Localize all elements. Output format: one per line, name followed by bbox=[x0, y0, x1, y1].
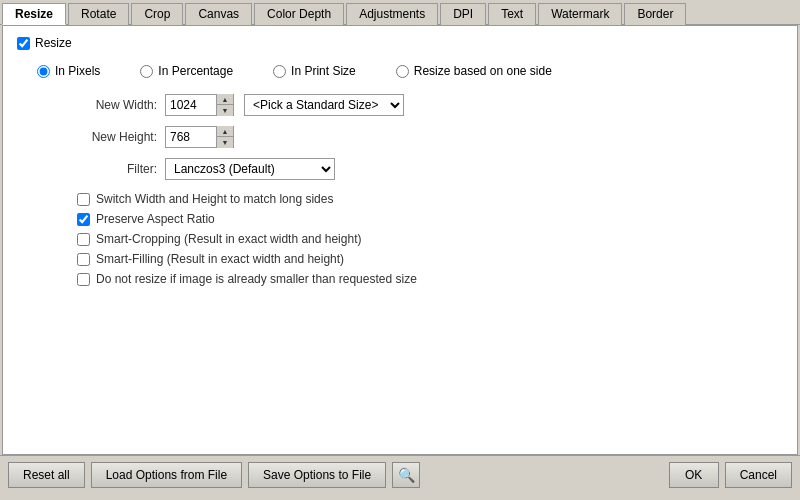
tab-watermark[interactable]: Watermark bbox=[538, 3, 622, 25]
radio-percentage[interactable]: In Percentage bbox=[140, 64, 233, 78]
preserve-ar-label[interactable]: Preserve Aspect Ratio bbox=[96, 212, 215, 226]
tab-border[interactable]: Border bbox=[624, 3, 686, 25]
tab-dpi[interactable]: DPI bbox=[440, 3, 486, 25]
resize-enable-checkbox[interactable] bbox=[17, 37, 30, 50]
height-spin-buttons: ▲ ▼ bbox=[216, 126, 233, 148]
smart-crop-label[interactable]: Smart-Cropping (Result in exact width an… bbox=[96, 232, 361, 246]
width-input[interactable] bbox=[166, 95, 216, 115]
bottom-bar: Reset all Load Options from File Save Op… bbox=[0, 455, 800, 493]
height-spin-up[interactable]: ▲ bbox=[217, 126, 233, 137]
main-content: Resize In Pixels In Percentage In Print … bbox=[2, 25, 798, 455]
preserve-ar-checkbox[interactable] bbox=[77, 213, 90, 226]
height-input[interactable] bbox=[166, 127, 216, 147]
save-options-button[interactable]: Save Options to File bbox=[248, 462, 386, 488]
smart-crop-checkbox[interactable] bbox=[77, 233, 90, 246]
resize-enable-row: Resize bbox=[17, 36, 783, 50]
switch-wh-checkbox[interactable] bbox=[77, 193, 90, 206]
tab-resize[interactable]: Resize bbox=[2, 3, 66, 25]
tab-bar: Resize Rotate Crop Canvas Color Depth Ad… bbox=[0, 0, 800, 25]
tab-colordepth[interactable]: Color Depth bbox=[254, 3, 344, 25]
reset-all-button[interactable]: Reset all bbox=[8, 462, 85, 488]
options-checkboxes: Switch Width and Height to match long si… bbox=[77, 192, 783, 286]
ok-button[interactable]: OK bbox=[669, 462, 719, 488]
height-section: New Height: ▲ ▼ bbox=[77, 126, 783, 148]
radio-percentage-input[interactable] bbox=[140, 65, 153, 78]
no-resize-label[interactable]: Do not resize if image is already smalle… bbox=[96, 272, 417, 286]
height-row: New Height: ▲ ▼ bbox=[77, 126, 783, 148]
width-spin-down[interactable]: ▼ bbox=[217, 105, 233, 116]
smart-crop-row: Smart-Cropping (Result in exact width an… bbox=[77, 232, 783, 246]
standard-size-dropdown[interactable]: <Pick a Standard Size> 800x600 1024x768 … bbox=[244, 94, 404, 116]
filter-row: Filter: Lanczos3 (Default) Bilinear Bicu… bbox=[77, 158, 783, 180]
width-spin-up[interactable]: ▲ bbox=[217, 94, 233, 105]
smart-fill-checkbox[interactable] bbox=[77, 253, 90, 266]
search-icon: 🔍 bbox=[398, 467, 415, 483]
tab-adjustments[interactable]: Adjustments bbox=[346, 3, 438, 25]
radio-printsize[interactable]: In Print Size bbox=[273, 64, 356, 78]
width-label: New Width: bbox=[77, 98, 157, 112]
radio-percentage-label: In Percentage bbox=[158, 64, 233, 78]
resize-mode-group: In Pixels In Percentage In Print Size Re… bbox=[37, 64, 783, 78]
switch-wh-label[interactable]: Switch Width and Height to match long si… bbox=[96, 192, 333, 206]
width-input-wrapper: ▲ ▼ bbox=[165, 94, 234, 116]
tab-crop[interactable]: Crop bbox=[131, 3, 183, 25]
radio-printsize-label: In Print Size bbox=[291, 64, 356, 78]
resize-enable-label[interactable]: Resize bbox=[35, 36, 72, 50]
width-spin-buttons: ▲ ▼ bbox=[216, 94, 233, 116]
smart-fill-row: Smart-Filling (Result in exact width and… bbox=[77, 252, 783, 266]
height-input-wrapper: ▲ ▼ bbox=[165, 126, 234, 148]
smart-fill-label[interactable]: Smart-Filling (Result in exact width and… bbox=[96, 252, 344, 266]
radio-pixels-label: In Pixels bbox=[55, 64, 100, 78]
filter-dropdown[interactable]: Lanczos3 (Default) Bilinear Bicubic Box … bbox=[165, 158, 335, 180]
width-section: New Width: ▲ ▼ <Pick a Standard Size> 80… bbox=[77, 94, 783, 116]
load-options-button[interactable]: Load Options from File bbox=[91, 462, 242, 488]
cancel-button[interactable]: Cancel bbox=[725, 462, 792, 488]
tab-rotate[interactable]: Rotate bbox=[68, 3, 129, 25]
no-resize-row: Do not resize if image is already smalle… bbox=[77, 272, 783, 286]
no-resize-checkbox[interactable] bbox=[77, 273, 90, 286]
switch-wh-row: Switch Width and Height to match long si… bbox=[77, 192, 783, 206]
search-icon-button[interactable]: 🔍 bbox=[392, 462, 420, 488]
height-spin-down[interactable]: ▼ bbox=[217, 137, 233, 148]
radio-oneside[interactable]: Resize based on one side bbox=[396, 64, 552, 78]
radio-oneside-label: Resize based on one side bbox=[414, 64, 552, 78]
tab-canvas[interactable]: Canvas bbox=[185, 3, 252, 25]
preserve-ar-row: Preserve Aspect Ratio bbox=[77, 212, 783, 226]
tab-text[interactable]: Text bbox=[488, 3, 536, 25]
height-label: New Height: bbox=[77, 130, 157, 144]
filter-label: Filter: bbox=[77, 162, 157, 176]
width-row: New Width: ▲ ▼ <Pick a Standard Size> 80… bbox=[77, 94, 783, 116]
radio-pixels[interactable]: In Pixels bbox=[37, 64, 100, 78]
radio-pixels-input[interactable] bbox=[37, 65, 50, 78]
radio-oneside-input[interactable] bbox=[396, 65, 409, 78]
radio-printsize-input[interactable] bbox=[273, 65, 286, 78]
